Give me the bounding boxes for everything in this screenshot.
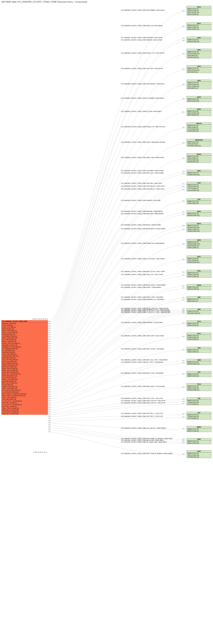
relation-label: FCO_REWORK_COCKPIT_ITEMS_COMP-MOVE_TYPE … [121, 372, 164, 374]
left-cardinality: 0..N [48, 325, 51, 326]
left-cardinality: 0..N [48, 330, 51, 331]
main-table-field: CUSTOMER [CHAR (10)] [1, 335, 48, 337]
left-cardinality: 0..N [48, 382, 51, 384]
ref-table-field: MANDT [CLNT (3)] [187, 51, 211, 53]
ref-table-field: EVERS [CHAR (2)] [187, 324, 211, 326]
ref-table-field: BUKRS [CHAR (4)] [187, 26, 211, 28]
main-table-title: FCO_REWORK_COCKPIT_ITEMS_COMP [1, 320, 48, 323]
right-cardinality: 0..N [182, 225, 185, 226]
main-table-box: FCO_REWORK_COCKPIT_ITEMS_COMP MATERIAL [… [1, 320, 48, 415]
ref-table-box: T027CMANDT [CLNT (3)]EVERS [CHAR (2)]EVE… [187, 332, 211, 340]
left-cardinality: 0..N [48, 384, 51, 386]
left-cardinality: 0..N [48, 352, 51, 353]
ref-table-field: MANDT [CLNT (3)] [187, 98, 211, 100]
ref-table-field: GRUND [NUMC (4)] [187, 389, 211, 391]
ref-table-field: DATBI [DATS (8)] [187, 71, 211, 73]
ref-table-title: ANLH [187, 22, 211, 24]
main-table-field: SUB_NUMBER [CHAR (4)] [1, 362, 48, 364]
right-cardinality: 0..N [182, 438, 185, 440]
main-table-field: VAL_SALES_ORD [CHAR (10)] [1, 389, 48, 391]
ref-table-field: AUFNR [CHAR (12)] [187, 41, 211, 42]
ref-table-box: VBUKMANDT [CLNT (3)]VBELN [CHAR (10)] [187, 438, 211, 444]
ref-table-title: ANLA [187, 6, 211, 8]
relation-label: FCO_REWORK_COCKPIT_ITEMS_COMP-COSTCENTER… [121, 83, 165, 84]
ref-table-title: VBUK [187, 438, 211, 440]
left-cardinality: 0..N [48, 336, 51, 338]
main-table-field: DELIV_ITEM_TO_SEARCH [NUMC (6)] [1, 395, 48, 396]
left-cardinality: 0..N [48, 413, 51, 414]
main-table-field: MATERIAL [CHAR (18)] [1, 323, 48, 324]
page-title: SAP ABAP table FCO_REWORK_COCKPIT_ITEMS_… [0, 0, 213, 3]
main-table-field: BATCH [CHAR (10)] [1, 328, 48, 330]
right-cardinality: 0..N [182, 214, 185, 215]
ref-table-field: MANDT [CLNT (3)] [187, 335, 211, 336]
ref-table-box: T027AMANDT [CLNT (3)]EVERS [CHAR (2)] [187, 320, 211, 326]
ref-table-field: KSTRG [CHAR (12)] [187, 69, 211, 71]
ref-table-field: POSNR [NUMC (6)] [187, 456, 211, 458]
right-cardinality: 0..N [182, 400, 185, 402]
ref-table-field: LGNUM [CHAR (3)] [187, 416, 211, 418]
ref-table-field: MANDT [CLNT (3)] [187, 241, 211, 243]
relation-label: FCO_REWORK_COCKPIT_ITEMS_COMP-ST_UN_QTYY… [121, 312, 170, 313]
ref-table-field: MANDT [CLNT (3)] [187, 39, 211, 41]
ref-table-field: RSNUM [NUMC (10)] [187, 243, 211, 245]
main-table-field: ST_UN_QTYY_2_ISO [CHAR (3)] [1, 404, 48, 406]
ref-table-field: PRCTR [CHAR (10)] [187, 53, 211, 54]
main-table-field: STGE_TYPE_ST [CHAR (3)] [1, 411, 48, 413]
ref-table-field: MANDT [CLNT (3)] [187, 323, 211, 324]
ref-table-box: EKPOMANDT [CLNT (3)]EBELN [CHAR (10)]EBE… [187, 108, 211, 116]
ref-table-box: T156MANDT [CLNT (3)]BWART [CHAR (3)] [187, 371, 211, 377]
left-cardinality: 0..N [48, 347, 51, 348]
ref-table-field: FICTR [CHAR (16)] [187, 128, 211, 130]
right-cardinality: 0..N [182, 200, 185, 202]
right-cardinality: 0..N [182, 362, 185, 363]
ref-table-title: MCHA [187, 223, 211, 225]
ref-table-title: AUFK [187, 37, 211, 39]
ref-table-title: EKPO [187, 108, 211, 110]
left-cardinality: 0..N [48, 406, 51, 408]
ref-table-title: CEPC [187, 49, 211, 51]
main-table-field: STGE_BIN [CHAR (10)] [1, 398, 48, 400]
right-cardinality: 0..N [182, 360, 185, 361]
relation-label: FCO_REWORK_COCKPIT_ITEMS_COMP-MOVE_VAL_T… [121, 359, 168, 361]
ref-table-field: BEMOT [CHAR (2)] [187, 430, 211, 432]
ref-table-box: FMFPOMANDT [CLNT (3)]FIKRS [CHAR (4)]FIP… [187, 153, 211, 163]
ref-table-field: LGTYP [CHAR (3)] [187, 188, 211, 190]
ref-table-box: LAGPMANDT [CLNT (3)]LGNUM [CHAR (3)]LGTY… [187, 182, 211, 192]
left-cardinality: 0..N [48, 334, 51, 335]
ref-table-title: T148 [187, 347, 211, 349]
ref-table-field: MANDT [CLNT (3)] [187, 428, 211, 430]
relation-label: FCO_REWORK_COCKPIT_ITEMS_COMP-PROFIT_CTR… [121, 52, 164, 54]
right-cardinality: 0..N [182, 386, 185, 388]
ref-table-box: TBMOTMANDT [CLNT (3)]BEMOT [CHAR (2)] [187, 426, 211, 432]
ref-table-box: AUFKMANDT [CLNT (3)]AUFNR [CHAR (12)] [187, 37, 211, 43]
main-table-field: STGE_TYPE [CHAR (3)] [1, 396, 48, 398]
ref-table-field: ANLN1 [CHAR (12)] [187, 28, 211, 30]
relation-label: FCO_REWORK_COCKPIT_ITEMS_COMP-SPEC_STOCK… [121, 348, 164, 350]
ref-table-field: MANDT [CLNT (3)] [187, 156, 211, 157]
ref-table-box: SKA1MANDT [CLNT (3)]KTOPL [CHAR (4)]SAKN… [187, 256, 211, 263]
relation-label: FCO_REWORK_COCKPIT_ITEMS_COMP-MOVE_PLANT… [121, 284, 166, 286]
right-cardinality: 0..N [182, 272, 185, 273]
main-table-field: ORDERPR_UN_ISO [CHAR (3)] [1, 346, 48, 348]
ref-table-field: DATBI [DATS (8)] [187, 54, 211, 56]
ref-table-field: LETYP [CHAR (3)] [187, 418, 211, 419]
relation-label: FCO_REWORK_COCKPIT_ITEMS_COMP-DELIV_NUMB… [121, 438, 173, 439]
ref-table-title: T027C [187, 333, 211, 335]
main-table-field: STGE_TYPE_PC [CHAR (3)] [1, 408, 48, 409]
ref-table-field: CHARG [CHAR (10)] [187, 230, 211, 232]
ref-table-field: MANDT [CLNT (3)] [187, 349, 211, 351]
ref-table-box: T006MANDT [CLNT (3)]MSEHI [UNIT (3)] [187, 296, 211, 302]
right-cardinality: 0..N [182, 243, 185, 244]
right-cardinality: 0..N [182, 398, 185, 400]
main-table-field: ST_UN_QTYY_1_ISO [CHAR (3)] [1, 400, 48, 402]
main-table-field: GL_ACCOUNT [CHAR (10)] [1, 391, 48, 393]
main-table-field: SHIPPING [CHAR (2)] [1, 352, 48, 353]
right-cardinality: 0..N [182, 170, 185, 172]
left-cardinality: 0..N [48, 369, 51, 370]
right-cardinality: 0..N [182, 211, 185, 212]
left-cardinality: 0..N [48, 424, 51, 426]
relation-label: FCO_REWORK_COCKPIT_ITEMS_COMP-UNITTYPE_1… [121, 413, 163, 414]
right-cardinality: 0..N [182, 442, 185, 443]
ref-table-title: T301 [187, 398, 211, 400]
